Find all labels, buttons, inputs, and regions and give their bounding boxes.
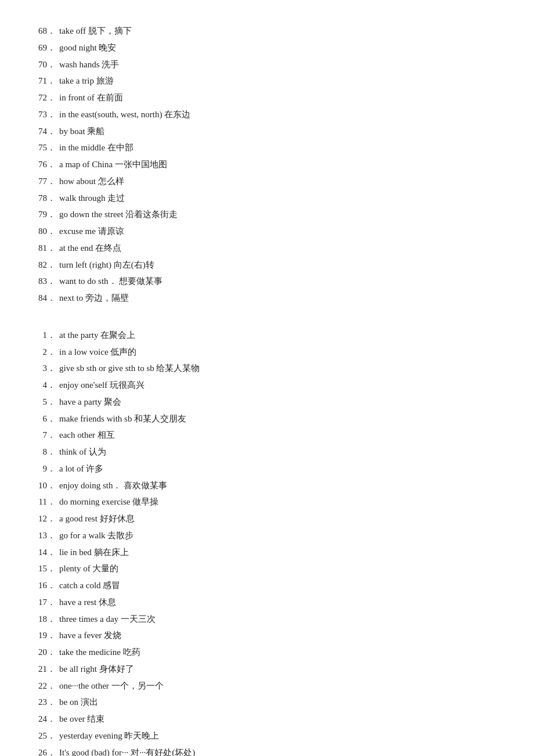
list-item: 80．excuse me 请原谅: [35, 224, 499, 240]
item-content: have a party 聚会: [59, 394, 499, 411]
list-item: 81．at the end 在终点: [35, 240, 499, 257]
item-content: excuse me 请原谅: [59, 224, 499, 240]
item-content: make friends with sb 和某人交朋友: [59, 411, 499, 427]
item-content: plenty of 大量的: [59, 561, 499, 577]
item-number: 17．: [35, 595, 59, 611]
item-number: 72．: [35, 90, 59, 106]
item-content: by boat 乘船: [59, 124, 499, 140]
item-number: 13．: [35, 528, 59, 544]
item-number: 84．: [35, 290, 59, 307]
item-content: a lot of 许多: [59, 461, 499, 477]
list-item: 10．enjoy doing sth． 喜欢做某事: [35, 478, 499, 494]
section-divider: [35, 317, 499, 327]
item-content: have a fever 发烧: [59, 628, 499, 644]
item-number: 4．: [35, 377, 59, 394]
item-content: be on 演出: [59, 694, 499, 711]
item-number: 69．: [35, 40, 59, 56]
list-item: 17．have a rest 休息: [35, 595, 499, 611]
item-content: at the end 在终点: [59, 240, 499, 257]
list-item: 70．wash hands 洗手: [35, 57, 499, 73]
list-item: 26．It's good (bad) for··· 对···有好处(坏处): [35, 745, 499, 757]
item-content: in a low voice 低声的: [59, 344, 499, 361]
item-content: three times a day 一天三次: [59, 611, 499, 628]
item-content: walk through 走过: [59, 190, 499, 207]
list-item: 1．at the party 在聚会上: [35, 327, 499, 344]
item-content: think of 认为: [59, 444, 499, 460]
item-number: 83．: [35, 273, 59, 290]
list-item: 23．be on 演出: [35, 694, 499, 711]
item-content: catch a cold 感冒: [59, 578, 499, 594]
item-content: It's good (bad) for··· 对···有好处(坏处): [59, 745, 499, 757]
list-item: 3．give sb sth or give sth to sb 给某人某物: [35, 361, 499, 377]
item-content: enjoy doing sth． 喜欢做某事: [59, 478, 499, 494]
item-number: 77．: [35, 174, 59, 190]
list-item: 16．catch a cold 感冒: [35, 578, 499, 594]
item-content: have a rest 休息: [59, 595, 499, 611]
section-1: 68．take off 脱下，摘下69．good night 晚安70．wash…: [35, 23, 499, 307]
list-item: 11．do morning exercise 做早操: [35, 494, 499, 510]
item-number: 71．: [35, 73, 59, 89]
list-item: 12．a good rest 好好休息: [35, 511, 499, 527]
item-content: give sb sth or give sth to sb 给某人某物: [59, 361, 499, 377]
item-number: 75．: [35, 140, 59, 156]
item-content: lie in bed 躺在床上: [59, 545, 499, 561]
list-item: 82．turn left (right) 向左(右)转: [35, 257, 499, 273]
list-item: 83．want to do sth． 想要做某事: [35, 273, 499, 290]
item-number: 78．: [35, 190, 59, 207]
item-number: 26．: [35, 745, 59, 757]
item-number: 18．: [35, 611, 59, 628]
item-number: 23．: [35, 694, 59, 711]
item-content: take off 脱下，摘下: [59, 23, 499, 39]
item-number: 21．: [35, 661, 59, 678]
item-content: in the east(south, west, north) 在东边: [59, 107, 499, 123]
item-number: 16．: [35, 578, 59, 594]
list-item: 2．in a low voice 低声的: [35, 344, 499, 361]
list-item: 69．good night 晚安: [35, 40, 499, 56]
item-number: 74．: [35, 124, 59, 140]
item-content: next to 旁边，隔壁: [59, 290, 499, 307]
item-content: go down the street 沿着这条街走: [59, 207, 499, 223]
item-number: 14．: [35, 545, 59, 561]
item-content: wash hands 洗手: [59, 57, 499, 73]
item-number: 11．: [35, 494, 59, 510]
item-content: a map of China 一张中国地图: [59, 157, 499, 173]
list-item: 22．one···the other 一个，另一个: [35, 678, 499, 694]
item-content: in the middle 在中部: [59, 140, 499, 156]
list-item: 76．a map of China 一张中国地图: [35, 157, 499, 173]
item-number: 2．: [35, 344, 59, 361]
item-number: 3．: [35, 361, 59, 377]
item-number: 68．: [35, 23, 59, 39]
list-item: 73．in the east(south, west, north) 在东边: [35, 107, 499, 123]
list-item: 68．take off 脱下，摘下: [35, 23, 499, 39]
item-number: 24．: [35, 711, 59, 728]
list-item: 19．have a fever 发烧: [35, 628, 499, 644]
item-number: 15．: [35, 561, 59, 577]
item-content: take a trip 旅游: [59, 73, 499, 89]
list-item: 14．lie in bed 躺在床上: [35, 545, 499, 561]
list-item: 78．walk through 走过: [35, 190, 499, 207]
item-content: in front of 在前面: [59, 90, 499, 106]
item-number: 73．: [35, 107, 59, 123]
item-content: how about 怎么样: [59, 174, 499, 190]
item-content: be all right 身体好了: [59, 661, 499, 678]
list-item: 77．how about 怎么样: [35, 174, 499, 190]
list-item: 25．yesterday evening 昨天晚上: [35, 728, 499, 744]
list-item: 18．three times a day 一天三次: [35, 611, 499, 628]
item-content: a good rest 好好休息: [59, 511, 499, 527]
list-item: 5．have a party 聚会: [35, 394, 499, 411]
item-number: 81．: [35, 240, 59, 257]
list-item: 8．think of 认为: [35, 444, 499, 460]
list-item: 21．be all right 身体好了: [35, 661, 499, 678]
item-number: 70．: [35, 57, 59, 73]
item-content: turn left (right) 向左(右)转: [59, 257, 499, 273]
item-number: 10．: [35, 478, 59, 494]
item-number: 22．: [35, 678, 59, 694]
item-number: 6．: [35, 411, 59, 427]
list-item: 79．go down the street 沿着这条街走: [35, 207, 499, 223]
item-content: each other 相互: [59, 427, 499, 444]
item-content: yesterday evening 昨天晚上: [59, 728, 499, 744]
list-item: 20．take the medicine 吃药: [35, 645, 499, 661]
page-content: 68．take off 脱下，摘下69．good night 晚安70．wash…: [35, 23, 499, 756]
item-number: 9．: [35, 461, 59, 477]
item-content: one···the other 一个，另一个: [59, 678, 499, 694]
